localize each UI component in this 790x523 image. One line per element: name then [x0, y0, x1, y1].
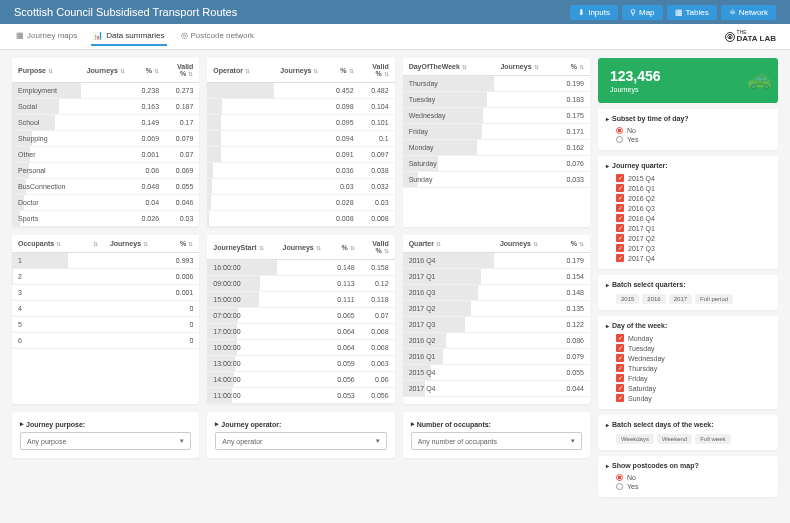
journey-start-header-0[interactable]: JourneyStart⇅ — [207, 235, 276, 260]
quarter-header-0[interactable]: Quarter⇅ — [403, 235, 494, 253]
check-monday[interactable]: ✓Monday — [606, 333, 770, 343]
pill-weekend[interactable]: Weekend — [657, 434, 692, 444]
radio-no[interactable]: No — [606, 473, 770, 482]
table-row[interactable]: Wednesday0.175 — [403, 108, 590, 124]
occupants-header-1[interactable]: ⇅ — [68, 235, 104, 253]
nav-network[interactable]: ⚛Network — [721, 5, 776, 20]
table-row[interactable]: 2017 Q30.122 — [403, 317, 590, 333]
table-row[interactable]: 10.993 — [12, 253, 199, 269]
journey-start-header-3[interactable]: Valid %⇅ — [361, 235, 395, 260]
pill-2015[interactable]: 2015 — [616, 294, 639, 304]
check-sunday[interactable]: ✓Sunday — [606, 393, 770, 403]
tab-postcode-network[interactable]: ◎Postcode network — [179, 27, 257, 46]
table-row[interactable]: 07:00:000.0650.07 — [207, 308, 394, 324]
check-2017-q3[interactable]: ✓2017 Q3 — [606, 243, 770, 253]
table-row[interactable]: 0.0360.038 — [207, 163, 394, 179]
radio-no[interactable]: No — [606, 126, 770, 135]
select-dropdown[interactable]: Any operator▾ — [215, 432, 386, 450]
table-row[interactable]: 16:00:000.1480.158 — [207, 260, 394, 276]
table-row[interactable]: Monday0.162 — [403, 140, 590, 156]
table-row[interactable]: BusConnection0.0480.055 — [12, 179, 199, 195]
check-2017-q1[interactable]: ✓2017 Q1 — [606, 223, 770, 233]
select-dropdown[interactable]: Any number of occupants▾ — [411, 432, 582, 450]
table-row[interactable]: 0.0280.03 — [207, 195, 394, 211]
table-row[interactable]: Personal0.060.069 — [12, 163, 199, 179]
table-row[interactable]: 0.0950.101 — [207, 115, 394, 131]
table-row[interactable]: 10:00:000.0640.068 — [207, 340, 394, 356]
check-friday[interactable]: ✓Friday — [606, 373, 770, 383]
table-row[interactable]: School0.1490.17 — [12, 115, 199, 131]
check-2017-q2[interactable]: ✓2017 Q2 — [606, 233, 770, 243]
table-row[interactable]: 20.006 — [12, 269, 199, 285]
tab-data-summaries[interactable]: 📊Data summaries — [91, 27, 166, 46]
check-2015-q4[interactable]: ✓2015 Q4 — [606, 173, 770, 183]
table-row[interactable]: 13:00:000.0590.063 — [207, 356, 394, 372]
table-row[interactable]: 2016 Q30.148 — [403, 285, 590, 301]
nav-inputs[interactable]: ⬇Inputs — [570, 5, 618, 20]
check-2017-q4[interactable]: ✓2017 Q4 — [606, 253, 770, 263]
table-row[interactable]: 2017 Q40.044 — [403, 381, 590, 397]
table-row[interactable]: Saturday0.076 — [403, 156, 590, 172]
nav-tables[interactable]: ▦Tables — [667, 5, 717, 20]
operator-header-3[interactable]: Valid %⇅ — [360, 58, 395, 83]
day-header-0[interactable]: DayOfTheWeek⇅ — [403, 58, 495, 76]
operator-header-0[interactable]: Operator⇅ — [207, 58, 274, 83]
table-row[interactable]: Other0.0610.07 — [12, 147, 199, 163]
table-row[interactable]: 2017 Q10.154 — [403, 269, 590, 285]
nav-map[interactable]: ⚲Map — [622, 5, 663, 20]
table-row[interactable]: Sports0.0260.03 — [12, 211, 199, 227]
radio-yes[interactable]: Yes — [606, 135, 770, 144]
check-2016-q2[interactable]: ✓2016 Q2 — [606, 193, 770, 203]
table-row[interactable]: Thursday0.199 — [403, 76, 590, 92]
table-row[interactable]: 09:00:000.1130.12 — [207, 276, 394, 292]
pill-2016[interactable]: 2016 — [642, 294, 665, 304]
check-thursday[interactable]: ✓Thursday — [606, 363, 770, 373]
table-row[interactable]: 40 — [12, 301, 199, 317]
table-row[interactable]: Employment0.2380.273 — [12, 83, 199, 99]
check-wednesday[interactable]: ✓Wednesday — [606, 353, 770, 363]
table-row[interactable]: 0.4520.482 — [207, 83, 394, 99]
table-row[interactable]: 0.030.032 — [207, 179, 394, 195]
radio-yes[interactable]: Yes — [606, 482, 770, 491]
table-row[interactable]: 14:00:000.0560.06 — [207, 372, 394, 388]
table-row[interactable]: 60 — [12, 333, 199, 349]
table-row[interactable]: 15:00:000.1110.118 — [207, 292, 394, 308]
day-header-2[interactable]: %⇅ — [545, 58, 590, 76]
check-saturday[interactable]: ✓Saturday — [606, 383, 770, 393]
table-row[interactable]: 2016 Q40.179 — [403, 253, 590, 269]
check-2016-q3[interactable]: ✓2016 Q3 — [606, 203, 770, 213]
day-header-1[interactable]: Journeys⇅ — [494, 58, 544, 76]
table-row[interactable]: 50 — [12, 317, 199, 333]
journey-start-header-2[interactable]: %⇅ — [327, 235, 361, 260]
operator-header-2[interactable]: %⇅ — [324, 58, 359, 83]
table-row[interactable]: 11:00:000.0530.056 — [207, 388, 394, 404]
journey-start-header-1[interactable]: Journeys⇅ — [277, 235, 327, 260]
pill-weekdays[interactable]: Weekdays — [616, 434, 654, 444]
table-row[interactable]: Tuesday0.183 — [403, 92, 590, 108]
purpose-header-2[interactable]: %⇅ — [131, 58, 165, 83]
table-row[interactable]: Sunday0.033 — [403, 172, 590, 188]
select-dropdown[interactable]: Any purpose▾ — [20, 432, 191, 450]
check-tuesday[interactable]: ✓Tuesday — [606, 343, 770, 353]
table-row[interactable]: 0.0080.008 — [207, 211, 394, 227]
table-row[interactable]: 2017 Q20.135 — [403, 301, 590, 317]
quarter-header-1[interactable]: Journeys⇅ — [494, 235, 544, 253]
table-row[interactable]: 0.0910.097 — [207, 147, 394, 163]
table-row[interactable]: 0.0940.1 — [207, 131, 394, 147]
purpose-header-3[interactable]: Valid %⇅ — [165, 58, 199, 83]
table-row[interactable]: 2015 Q40.055 — [403, 365, 590, 381]
table-row[interactable]: Shopping0.0690.079 — [12, 131, 199, 147]
operator-header-1[interactable]: Journeys⇅ — [274, 58, 324, 83]
table-row[interactable]: 2016 Q20.086 — [403, 333, 590, 349]
pill-full-week[interactable]: Full week — [695, 434, 730, 444]
check-2016-q1[interactable]: ✓2016 Q1 — [606, 183, 770, 193]
tab-journey-maps[interactable]: ▦Journey maps — [14, 27, 79, 46]
table-row[interactable]: 17:00:000.0640.068 — [207, 324, 394, 340]
table-row[interactable]: 2016 Q10.079 — [403, 349, 590, 365]
table-row[interactable]: Friday0.171 — [403, 124, 590, 140]
check-2016-q4[interactable]: ✓2016 Q4 — [606, 213, 770, 223]
table-row[interactable]: Doctor0.040.046 — [12, 195, 199, 211]
pill-2017[interactable]: 2017 — [669, 294, 692, 304]
quarter-header-2[interactable]: %⇅ — [544, 235, 590, 253]
table-row[interactable]: 0.0980.104 — [207, 99, 394, 115]
